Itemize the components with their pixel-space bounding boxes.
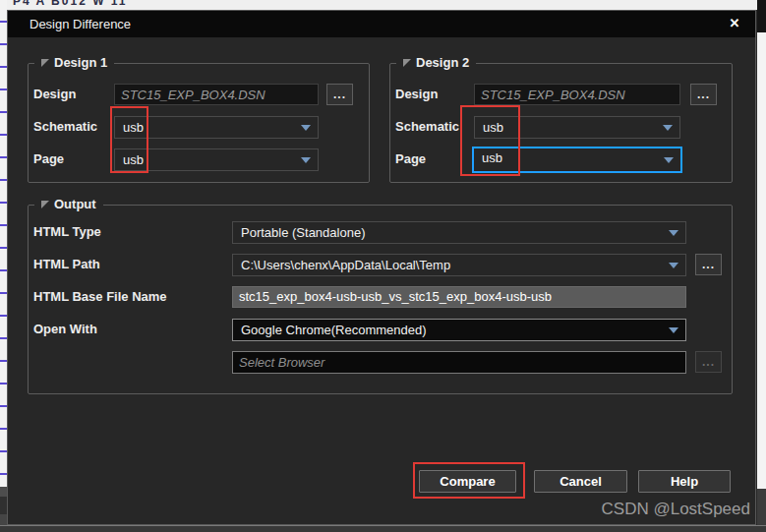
open-with-label: Open With [33, 319, 97, 340]
design2-group-title: Design 2 [416, 55, 469, 70]
html-type-label: HTML Type [33, 221, 101, 243]
group-marker-icon [41, 201, 49, 208]
open-with-value: Google Chrome(Recommended) [241, 323, 427, 337]
design2-page-value: usb [482, 150, 502, 165]
html-path-browse-button[interactable]: ... [695, 254, 722, 275]
html-type-dropdown[interactable]: Portable (Standalone) [232, 221, 686, 244]
design2-schematic-value: usb [483, 120, 503, 135]
group-marker-icon [403, 59, 411, 67]
design2-page-dropdown[interactable]: usb [472, 147, 682, 173]
chevron-down-icon[interactable] [301, 157, 311, 163]
screenshot-stage: P4 A B012 W 11 Design Difference ✕ Desig… [0, 0, 766, 532]
design2-group-legend: Design 2 [396, 55, 476, 70]
design1-schematic-value: usb [123, 120, 144, 135]
design1-design-field[interactable] [114, 84, 319, 105]
design1-group-legend: Design 1 [34, 55, 114, 70]
chevron-down-icon[interactable] [301, 125, 311, 131]
chevron-down-icon[interactable] [664, 157, 674, 163]
group-marker-icon [41, 59, 49, 67]
background-strip-right [757, 32, 766, 489]
design1-page-dropdown[interactable]: usb [114, 148, 319, 171]
select-browser-browse-button[interactable]: ... [695, 351, 722, 373]
compare-button[interactable]: Compare [419, 470, 516, 493]
watermark: CSDN @LostSpeed [602, 500, 750, 519]
design2-page-label: Page [395, 148, 426, 170]
design1-schematic-label: Schematic [33, 116, 97, 138]
chevron-down-icon[interactable] [669, 327, 678, 333]
design2-design-label: Design [395, 84, 438, 105]
help-button[interactable]: Help [638, 470, 731, 493]
dialog-titlebar: Design Difference ✕ [8, 11, 755, 37]
design1-page-label: Page [33, 148, 64, 170]
dialog-title: Design Difference [29, 11, 131, 37]
design1-schematic-dropdown[interactable]: usb [114, 116, 319, 139]
html-path-dropdown[interactable]: C:\Users\chenx\AppData\Local\Temp [232, 254, 686, 276]
design1-design-label: Design [33, 84, 76, 105]
design1-group-title: Design 1 [54, 55, 107, 70]
chevron-down-icon[interactable] [669, 263, 678, 268]
background-clipped-text: P4 A B012 W 11 [13, 0, 128, 8]
design2-schematic-label: Schematic [395, 116, 459, 138]
design2-browse-button[interactable]: ... [690, 84, 717, 105]
design2-design-field[interactable] [474, 84, 680, 105]
html-type-value: Portable (Standalone) [241, 225, 365, 240]
close-icon[interactable]: ✕ [724, 14, 745, 33]
output-group-legend: Output [34, 197, 103, 211]
open-with-dropdown[interactable]: Google Chrome(Recommended) [232, 319, 686, 341]
base-name-label: HTML Base File Name [33, 286, 167, 308]
background-strip-top: P4 A B012 W 11 [7, 0, 757, 10]
chevron-down-icon[interactable] [663, 125, 673, 131]
design2-schematic-dropdown[interactable]: usb [474, 116, 680, 139]
html-path-value: C:\Users\chenx\AppData\Local\Temp [241, 258, 450, 272]
html-path-label: HTML Path [33, 254, 100, 275]
base-name-field[interactable]: stc15_exp_box4-usb-usb_vs_stc15_exp_box4… [232, 286, 686, 308]
background-strip-bottom [0, 525, 766, 532]
design1-browse-button[interactable]: ... [326, 84, 353, 105]
chevron-down-icon[interactable] [669, 230, 678, 236]
select-browser-input[interactable] [232, 351, 686, 374]
cancel-button[interactable]: Cancel [534, 470, 627, 493]
design1-page-value: usb [123, 152, 144, 167]
background-ruler-left [0, 0, 7, 487]
design-difference-dialog: Design Difference ✕ Design 1 Design ... … [7, 10, 756, 525]
background-top-right [757, 0, 766, 32]
output-group-title: Output [54, 197, 96, 211]
